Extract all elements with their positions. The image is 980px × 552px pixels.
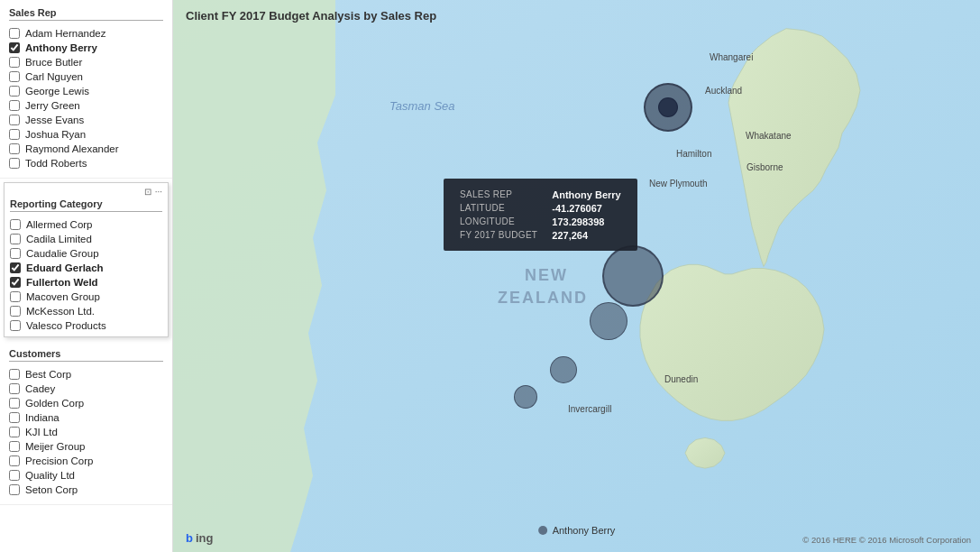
- customers-checkbox-6[interactable]: [9, 455, 20, 466]
- rc-label-1: Cadila Limited: [26, 234, 92, 244]
- map-circle-5[interactable]: [514, 385, 537, 409]
- tooltip-row-1: LATITUDE-41.276067: [456, 201, 625, 215]
- sales-rep-checkbox-9[interactable]: [9, 158, 20, 169]
- rc-checkbox-2[interactable]: [10, 248, 21, 259]
- customers-checkbox-3[interactable]: [9, 412, 20, 423]
- customers-checkbox-7[interactable]: [9, 470, 20, 481]
- customers-item-0[interactable]: Best Corp: [9, 367, 163, 382]
- sales-rep-item-1[interactable]: Anthony Berry: [9, 41, 163, 55]
- sales-rep-label-9: Todd Roberts: [25, 158, 87, 169]
- tooltip-value-1: -41.276067: [548, 201, 624, 215]
- tooltip-value-0: Anthony Berry: [548, 188, 624, 201]
- customers-label-5: Meijer Group: [25, 441, 85, 452]
- tooltip-table: SALES REPAnthony BerryLATITUDE-41.276067…: [456, 188, 625, 242]
- customers-item-7[interactable]: Quality Ltd: [9, 468, 163, 483]
- more-icon[interactable]: ···: [155, 187, 162, 197]
- sales-rep-checkbox-0[interactable]: [9, 28, 20, 39]
- tooltip-value-3: 227,264: [548, 228, 624, 242]
- sales-rep-checkbox-1[interactable]: [9, 42, 20, 53]
- left-panel: Sales Rep Adam HernandezAnthony BerryBru…: [0, 0, 173, 552]
- sales-rep-label-4: George Lewis: [25, 86, 89, 97]
- customers-item-1[interactable]: Cadey: [9, 382, 163, 396]
- rc-item-3[interactable]: Eduard Gerlach: [10, 261, 162, 275]
- sales-rep-label-0: Adam Hernandez: [25, 28, 106, 39]
- sales-rep-label-6: Jesse Evans: [25, 115, 84, 125]
- customers-label-3: Indiana: [25, 412, 60, 423]
- map-title: Client FY 2017 Budget Analysis by Sales …: [186, 9, 436, 23]
- rc-item-7[interactable]: Valesco Products: [10, 318, 162, 333]
- reporting-category-title: Reporting Category: [10, 198, 162, 212]
- sales-rep-checkbox-8[interactable]: [9, 143, 20, 154]
- rc-item-2[interactable]: Caudalie Group: [10, 246, 162, 261]
- customers-label-2: Golden Corp: [25, 398, 84, 409]
- rc-label-2: Caudalie Group: [26, 248, 99, 259]
- map-circle-4[interactable]: [550, 356, 577, 383]
- rc-item-1[interactable]: Cadila Limited: [10, 232, 162, 246]
- customers-checkbox-4[interactable]: [9, 427, 20, 437]
- customers-item-8[interactable]: Seton Corp: [9, 483, 163, 497]
- sales-rep-section: Sales Rep Adam HernandezAnthony BerryBru…: [0, 0, 172, 179]
- tooltip-row-3: FY 2017 BUDGET227,264: [456, 228, 625, 242]
- bing-logo: bing: [186, 531, 213, 545]
- legend-label: Anthony Berry: [553, 525, 616, 536]
- tooltip-row-0: SALES REPAnthony Berry: [456, 188, 625, 201]
- rc-checkbox-3[interactable]: [10, 262, 21, 273]
- customers-checkbox-2[interactable]: [9, 398, 20, 409]
- rc-item-0[interactable]: Allermed Corp: [10, 217, 162, 232]
- sales-rep-item-3[interactable]: Carl Nguyen: [9, 69, 163, 84]
- rc-item-5[interactable]: Macoven Group: [10, 290, 162, 304]
- customers-item-5[interactable]: Meijer Group: [9, 439, 163, 454]
- legend-dot: [538, 526, 547, 535]
- window-icon[interactable]: ⊡: [144, 187, 151, 197]
- sales-rep-item-2[interactable]: Bruce Butler: [9, 55, 163, 69]
- customers-label-6: Precision Corp: [25, 455, 93, 466]
- sales-rep-checkbox-6[interactable]: [9, 115, 20, 125]
- customers-checkbox-5[interactable]: [9, 441, 20, 452]
- customers-checkbox-1[interactable]: [9, 383, 20, 394]
- rc-checkbox-7[interactable]: [10, 320, 21, 331]
- sales-rep-item-4[interactable]: George Lewis: [9, 84, 163, 98]
- sales-rep-checkbox-4[interactable]: [9, 86, 20, 97]
- rc-item-6[interactable]: McKesson Ltd.: [10, 304, 162, 318]
- sales-rep-checkbox-7[interactable]: [9, 129, 20, 140]
- rc-checkbox-1[interactable]: [10, 234, 21, 244]
- map-circle-3[interactable]: [590, 302, 627, 340]
- sales-rep-item-5[interactable]: Jerry Green: [9, 98, 163, 113]
- customers-label-8: Seton Corp: [25, 484, 78, 495]
- rc-checkbox-6[interactable]: [10, 306, 21, 317]
- sales-rep-item-6[interactable]: Jesse Evans: [9, 113, 163, 127]
- sales-rep-checkbox-3[interactable]: [9, 71, 20, 82]
- customers-item-6[interactable]: Precision Corp: [9, 454, 163, 468]
- reporting-category-section: ⊡ ··· Reporting Category Allermed CorpCa…: [4, 182, 169, 337]
- tooltip: SALES REPAnthony BerryLATITUDE-41.276067…: [444, 179, 637, 251]
- sales-rep-item-7[interactable]: Joshua Ryan: [9, 127, 163, 142]
- customers-label-4: KJI Ltd: [25, 427, 58, 437]
- rc-checkbox-5[interactable]: [10, 291, 21, 302]
- sales-rep-label-7: Joshua Ryan: [25, 129, 86, 140]
- customers-item-3[interactable]: Indiana: [9, 410, 163, 425]
- sales-rep-item-0[interactable]: Adam Hernandez: [9, 26, 163, 41]
- rc-label-0: Allermed Corp: [26, 219, 93, 230]
- tooltip-key-3: FY 2017 BUDGET: [456, 228, 548, 242]
- customers-item-2[interactable]: Golden Corp: [9, 396, 163, 410]
- rc-checkbox-0[interactable]: [10, 219, 21, 230]
- rc-item-4[interactable]: Fullerton Weld: [10, 275, 162, 290]
- tooltip-value-2: 173.298398: [548, 215, 624, 228]
- customers-item-4[interactable]: KJI Ltd: [9, 425, 163, 439]
- customers-checkbox-8[interactable]: [9, 484, 20, 495]
- sales-rep-item-8[interactable]: Raymond Alexander: [9, 142, 163, 156]
- sales-rep-checkbox-5[interactable]: [9, 100, 20, 111]
- tooltip-key-2: LONGITUDE: [456, 215, 548, 228]
- sales-rep-label-3: Carl Nguyen: [25, 71, 83, 82]
- rc-label-4: Fullerton Weld: [26, 277, 98, 288]
- map-circle-2[interactable]: [602, 245, 664, 307]
- tooltip-key-1: LATITUDE: [456, 201, 548, 215]
- map-circle-inner-1: [658, 97, 678, 117]
- sales-rep-item-9[interactable]: Todd Roberts: [9, 156, 163, 170]
- rc-label-5: Macoven Group: [26, 291, 100, 302]
- customers-checkbox-0[interactable]: [9, 369, 20, 380]
- sales-rep-checkbox-2[interactable]: [9, 57, 20, 68]
- map-svg: [173, 0, 980, 552]
- rc-checkbox-4[interactable]: [10, 277, 21, 288]
- sales-rep-label-8: Raymond Alexander: [25, 143, 119, 154]
